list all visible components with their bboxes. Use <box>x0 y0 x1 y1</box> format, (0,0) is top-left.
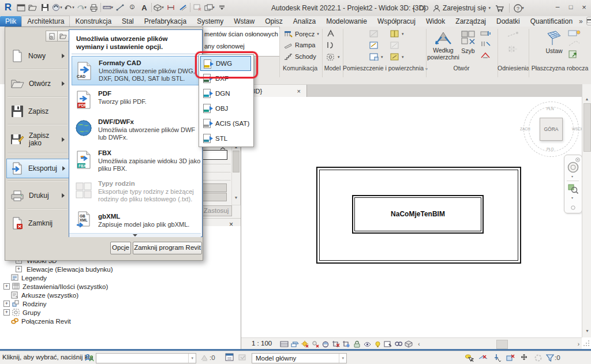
resize-grip-icon[interactable] <box>583 340 590 347</box>
menu-item-drukuj[interactable]: Drukuj <box>6 186 68 205</box>
submenu-item-formaty-cad[interactable]: CAD Formaty CAD Umożliwia tworzenie plik… <box>72 56 200 85</box>
exit-revit-button[interactable]: Zamknij program Revit <box>133 242 202 254</box>
file-tabs-icon[interactable] <box>16 2 26 13</box>
tab-dodatki[interactable]: Dodatki <box>491 16 525 27</box>
store-cart-icon[interactable] <box>495 2 505 14</box>
tree-item-polaczenia[interactable]: Połączenia Revit <box>0 317 240 325</box>
submenu-item-dwf[interactable]: DWF/DWFx Umożliwia utworzenie plików DWF… <box>72 115 199 143</box>
tab-wspolpracuj[interactable]: Współpracuj <box>372 16 421 27</box>
compass-west-label[interactable]: ZACH <box>520 127 530 131</box>
tab-widok[interactable]: Widok <box>421 16 450 27</box>
room-tag-icon[interactable] <box>369 42 379 49</box>
vertical-scrollbar[interactable]: ▲ ▼ <box>582 84 591 337</box>
detail-level-icon[interactable] <box>279 339 289 348</box>
properties-button[interactable] <box>200 183 227 192</box>
search-icon[interactable] <box>418 2 429 14</box>
tree-item-grupy[interactable]: + Grupy <box>0 308 240 317</box>
submenu-scroll-down[interactable] <box>69 233 201 237</box>
menu-item-zamknij[interactable]: Zamknij <box>6 214 68 232</box>
reveal-hidden-elements-icon[interactable] <box>373 339 382 348</box>
text-icon[interactable]: A <box>139 2 149 13</box>
design-option-dropdown[interactable]: Model główny▾ <box>252 353 347 363</box>
tab-plik[interactable]: Plik <box>0 16 21 27</box>
tab-modelowanie[interactable]: Modelowanie bryłowe i teren <box>321 16 372 27</box>
thin-lines-icon[interactable] <box>178 2 188 13</box>
print-icon[interactable] <box>88 2 99 13</box>
submenu-item-pdf[interactable]: PDF PDF Tworzy pliki PDF. <box>72 88 199 112</box>
navbar-anchor-icon[interactable] <box>571 204 575 211</box>
minimize-button[interactable]: – <box>551 2 564 13</box>
temporary-hide-isolate-icon[interactable] <box>362 339 372 348</box>
ramp-button[interactable]: Rampa <box>284 42 315 48</box>
browser-close-icon[interactable]: × <box>229 220 233 228</box>
tree-item-rodziny[interactable]: + Rodziny <box>0 299 240 308</box>
gallery-item-fragment[interactable]: any osłonowej <box>204 43 245 50</box>
tab-stal[interactable]: Stal <box>117 16 139 27</box>
compass-south-label[interactable]: PŁD <box>547 147 554 151</box>
scroll-right-icon[interactable]: › <box>578 341 579 347</box>
menu-item-otworz[interactable]: Otwórz <box>6 74 68 93</box>
temporary-view-properties-icon[interactable] <box>383 339 392 348</box>
text-note[interactable]: NaCoMjeTenBIM <box>353 210 482 218</box>
filter-icon[interactable] <box>545 353 555 363</box>
flyout-item-acis-sat[interactable]: ACIS (SAT) <box>200 116 251 130</box>
view-tab-close-icon[interactable]: × <box>297 88 301 95</box>
select-links-toggle-icon[interactable] <box>464 353 474 363</box>
flyout-item-dgn[interactable]: DGN <box>200 86 251 100</box>
shaft-opening-button[interactable]: Szyb <box>459 29 477 54</box>
tab-wstaw[interactable]: Wstaw <box>229 16 260 27</box>
tree-item-zestawienia[interactable]: + Zestawienia/Ilości (wszystko) <box>0 282 240 291</box>
active-workset-icon[interactable] <box>225 353 234 363</box>
zoom-region-icon[interactable] <box>568 183 578 195</box>
flyout-item-stl[interactable]: STL <box>200 131 251 145</box>
properties-scrollbar[interactable]: ▲ ▼ <box>231 143 241 205</box>
open-icon[interactable] <box>28 2 38 13</box>
visual-style-icon[interactable] <box>290 339 299 348</box>
wheel-menu-icon[interactable]: ▾ <box>571 174 573 178</box>
rendering-dialog-icon[interactable] <box>321 339 330 348</box>
menu-item-eksportuj[interactable]: Eksportuj <box>6 159 69 178</box>
section-icon[interactable] <box>166 2 176 13</box>
aligned-dimension-icon[interactable] <box>115 2 125 13</box>
worksharing-display-icon[interactable] <box>394 339 403 348</box>
tab-analiza[interactable]: Analiza <box>288 16 321 27</box>
recent-documents-button[interactable] <box>46 31 58 42</box>
properties-button[interactable] <box>200 193 227 201</box>
worksets-icon[interactable] <box>84 353 94 363</box>
close-button[interactable]: × <box>578 2 590 13</box>
wall-opening-icon[interactable] <box>480 30 492 38</box>
flyout-item-obj[interactable]: OBJ <box>200 101 251 115</box>
view-scale-button[interactable]: 1 : 100 <box>252 340 272 347</box>
maximize-button[interactable]: □ <box>564 2 577 13</box>
menu-item-zapisz-jako[interactable]: Zapisz jako <box>6 130 68 149</box>
vscrollbar-thumb[interactable] <box>583 103 591 152</box>
navigation-bar[interactable]: ▾ ▾ <box>564 155 582 213</box>
dormer-opening-icon[interactable] <box>480 51 492 60</box>
opening-by-face-button[interactable]: Według powierzchni <box>428 29 458 61</box>
measure-icon[interactable]: ▾ <box>103 2 113 13</box>
tab-konstrukcja[interactable]: Konstrukcja <box>70 16 117 27</box>
model-inner-rectangle[interactable]: NaCoMjeTenBIM <box>352 195 484 234</box>
tab-systemy[interactable]: Systemy <box>192 16 229 27</box>
select-underlay-toggle-icon[interactable] <box>478 353 488 363</box>
vcb-collapse-icon[interactable]: ‹ <box>414 339 424 348</box>
stairs-button[interactable]: Schody <box>284 53 316 60</box>
sign-in-control[interactable]: Zarejestruj się ▾ <box>433 4 491 12</box>
vertical-opening-icon[interactable] <box>480 40 492 48</box>
synchronize-icon[interactable]: ▾ <box>52 2 62 13</box>
apply-button[interactable]: Zastosuj <box>200 205 232 216</box>
undo-icon[interactable]: ▾ <box>64 2 74 13</box>
ribbon-display-toggle[interactable]: ▾ <box>586 17 591 25</box>
gallery-item-fragment[interactable]: mentów ścian osłonowych <box>204 31 278 37</box>
open-documents-button[interactable] <box>57 31 69 42</box>
viewcube-top-face[interactable]: GÓRA <box>540 118 563 141</box>
area-tag-icon[interactable]: ▾ <box>390 53 404 61</box>
lock-3d-view-icon[interactable] <box>352 339 361 348</box>
room-separator-icon[interactable]: ▾ <box>390 30 404 37</box>
tag-icon[interactable]: 1 <box>127 2 137 13</box>
worksets-dropdown[interactable]: ▾ <box>96 353 196 363</box>
customize-qat-icon[interactable] <box>216 2 227 13</box>
show-work-plane-icon[interactable] <box>568 29 581 39</box>
tab-quantification[interactable]: Quantification <box>525 16 578 27</box>
tab-architektura[interactable]: Architektura <box>21 16 70 27</box>
